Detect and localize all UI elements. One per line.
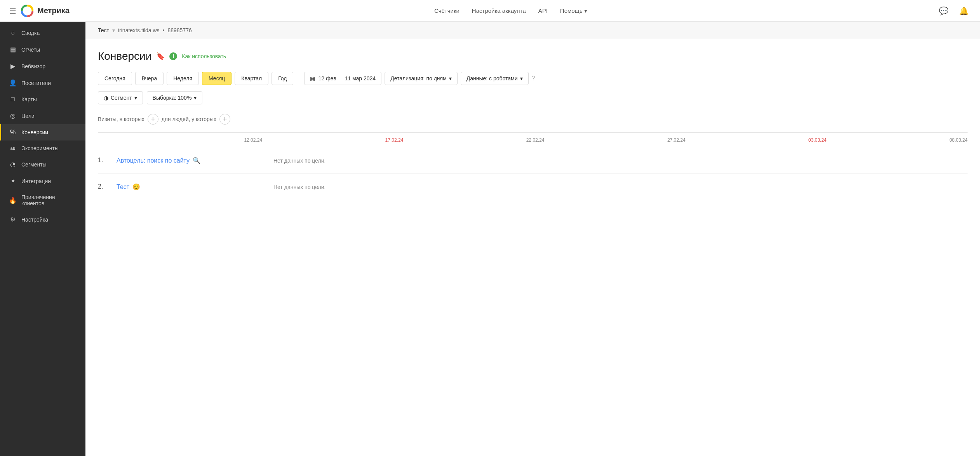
data-type-label: Данные: с роботами (467, 75, 518, 81)
acquisition-icon: 🔥 (9, 197, 17, 204)
sidebar-item-segments[interactable]: ◔ Сегменты (0, 156, 85, 173)
period-today[interactable]: Сегодня (98, 72, 132, 85)
sidebar-label-reports: Отчеты (21, 47, 40, 53)
segment-pie-icon: ◑ (104, 95, 108, 101)
date-range-button[interactable]: ▦ 12 фев — 11 мар 2024 (304, 72, 381, 85)
date-range-label: 12 фев — 11 мар 2024 (318, 75, 376, 81)
breadcrumb-separator: • (163, 27, 165, 33)
sidebar-label-conversions: Конверсии (21, 129, 48, 135)
goal-row-2: 2. Тест 😊 Нет данных по цели. (98, 174, 968, 200)
sidebar-item-acquisition[interactable]: 🔥 Привлечение клиентов (0, 189, 85, 211)
breadcrumb-site-id: 88985776 (167, 27, 191, 33)
chevron-down-icon: ▾ (449, 75, 452, 81)
info-button[interactable]: i (169, 52, 177, 60)
breadcrumb-site-name[interactable]: Тест (98, 27, 109, 33)
goal-name-1[interactable]: Автоцель: поиск по сайту 🔍 (117, 157, 264, 164)
experiments-icon: ab (9, 146, 17, 151)
detalization-button[interactable]: Детализация: по дням ▾ (385, 72, 458, 85)
main-layout: ○ Сводка ▤ Отчеты ▶ Вебвизор 👤 Посетител… (0, 22, 980, 456)
sidebar-item-visitors[interactable]: 👤 Посетители (0, 75, 85, 91)
sample-label: Выборка: 100% (153, 95, 192, 101)
filter-visits-label: Визиты, в которых (98, 116, 144, 122)
sidebar-label-webvisor: Вебвизор (21, 63, 45, 69)
chart-date-6: 08.03.24 (949, 137, 968, 143)
top-nav-links: Счётчики Настройка аккаунта API Помощь ▾ (85, 7, 936, 14)
sidebar-item-overview[interactable]: ○ Сводка (0, 25, 85, 41)
chevron-down-icon-data: ▾ (520, 75, 523, 81)
sidebar-item-conversions[interactable]: % Конверсии (0, 124, 85, 140)
conversions-icon: % (9, 129, 17, 136)
detalization-label: Детализация: по дням (390, 75, 447, 81)
sidebar-item-goals[interactable]: ◎ Цели (0, 107, 85, 124)
filter-people-label: для людей, у которых (162, 116, 216, 122)
add-people-filter-button[interactable]: + (219, 114, 230, 125)
goal-name-2[interactable]: Тест 😊 (117, 183, 264, 191)
reports-icon: ▤ (9, 46, 17, 53)
sidebar-item-settings[interactable]: ⚙ Настройка (0, 211, 85, 228)
sample-button[interactable]: Выборка: 100% ▾ (147, 91, 203, 104)
data-type-button[interactable]: Данные: с роботами ▾ (461, 72, 529, 85)
sidebar-item-reports[interactable]: ▤ Отчеты (0, 41, 85, 58)
filter-row: Визиты, в которых + для людей, у которых… (98, 114, 968, 125)
sidebar-label-overview: Сводка (21, 30, 40, 36)
breadcrumb-chevron[interactable]: ▾ (112, 27, 115, 33)
sidebar-item-maps[interactable]: □ Карты (0, 91, 85, 107)
nav-help[interactable]: Помощь ▾ (560, 7, 587, 14)
nav-account-settings[interactable]: Настройка аккаунта (472, 7, 526, 14)
add-visits-filter-button[interactable]: + (148, 114, 158, 125)
period-week[interactable]: Неделя (167, 72, 199, 85)
period-yesterday[interactable]: Вчера (135, 72, 164, 85)
app-logo: Метрика (21, 5, 70, 17)
segments-icon: ◔ (9, 161, 17, 168)
sidebar-label-integrations: Интеграции (21, 178, 51, 184)
chart-date-5: 03.03.24 (808, 137, 827, 143)
sidebar-label-experiments: Эксперименты (21, 145, 59, 151)
page-content-area: Конверсии 🔖 i Как использовать Сегодня В… (85, 39, 980, 211)
integrations-icon: ✦ (9, 177, 17, 185)
breadcrumb: Тест ▾ irinatexts.tilda.ws • 88985776 (85, 22, 980, 39)
goal-label-1: Автоцель: поиск по сайту (117, 157, 190, 164)
notifications-button[interactable]: 🔔 (957, 4, 971, 18)
goal-number-2: 2. (98, 183, 107, 190)
sidebar-item-experiments[interactable]: ab Эксперименты (0, 140, 85, 156)
hamburger-menu[interactable]: ☰ (9, 6, 16, 16)
goal-no-data-2: Нет данных по цели. (273, 183, 968, 190)
breadcrumb-site-url: irinatexts.tilda.ws (118, 27, 160, 33)
sidebar-item-webvisor[interactable]: ▶ Вебвизор (0, 58, 85, 75)
sidebar-item-integrations[interactable]: ✦ Интеграции (0, 173, 85, 189)
maps-icon: □ (9, 96, 17, 103)
chat-button[interactable]: 💬 (936, 4, 950, 18)
chart-area: 12.02.24 17.02.24 22.02.24 27.02.24 03.0… (98, 132, 968, 200)
period-quarter[interactable]: Квартал (235, 72, 268, 85)
visitors-icon: 👤 (9, 79, 17, 87)
calendar-icon: ▦ (310, 75, 315, 81)
goal-number-1: 1. (98, 157, 107, 164)
goal-no-data-1: Нет данных по цели. (273, 157, 968, 164)
period-controls: Сегодня Вчера Неделя Месяц Квартал Год ▦… (98, 72, 968, 85)
logo-icon (21, 5, 33, 17)
page-title-row: Конверсии 🔖 i Как использовать (98, 50, 968, 62)
bookmark-icon[interactable]: 🔖 (156, 52, 165, 61)
nav-api[interactable]: API (538, 7, 548, 14)
period-month[interactable]: Месяц (202, 72, 232, 85)
chart-date-3: 22.02.24 (526, 137, 545, 143)
chevron-down-icon-sample: ▾ (194, 95, 197, 101)
sidebar: ○ Сводка ▤ Отчеты ▶ Вебвизор 👤 Посетител… (0, 22, 85, 456)
segment-label: Сегмент (111, 95, 132, 101)
sidebar-label-visitors: Посетители (21, 80, 51, 86)
nav-counters[interactable]: Счётчики (434, 7, 460, 14)
chart-dates: 12.02.24 17.02.24 22.02.24 27.02.24 03.0… (98, 137, 968, 146)
sidebar-label-segments: Сегменты (21, 161, 47, 168)
segment-button[interactable]: ◑ Сегмент ▾ (98, 91, 143, 104)
help-icon[interactable]: ? (532, 75, 535, 82)
page-title: Конверсии (98, 50, 151, 62)
chart-date-1: 12.02.24 (244, 137, 262, 143)
sidebar-label-settings: Настройка (21, 217, 48, 223)
goal-row-1: 1. Автоцель: поиск по сайту 🔍 Нет данных… (98, 147, 968, 174)
main-content: Тест ▾ irinatexts.tilda.ws • 88985776 Ко… (85, 22, 980, 456)
how-to-use-link[interactable]: Как использовать (182, 53, 226, 59)
period-year[interactable]: Год (272, 72, 293, 85)
goal-label-2: Тест (117, 184, 129, 191)
sidebar-label-goals: Цели (21, 113, 35, 119)
sidebar-label-maps: Карты (21, 96, 37, 102)
